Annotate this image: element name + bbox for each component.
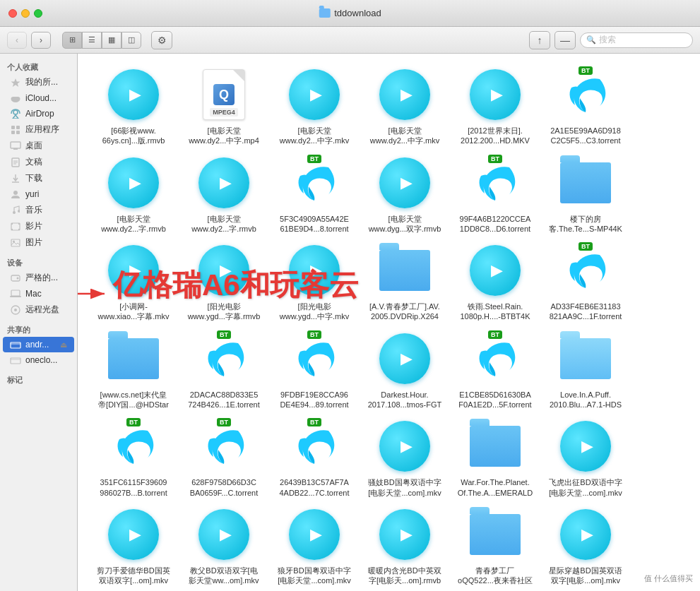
file-icon-wrap [376,242,433,299]
file-item[interactable]: 狼牙BD国粤双语中字[电影天堂...com].mkv [269,501,360,589]
file-item[interactable]: [阳光电影www.ygd...中字.mkv [269,237,360,325]
file-item[interactable]: BT 628F9758D66D3CBA0659F...C.torrent [179,412,269,501]
file-item[interactable]: Q MPEG4 [电影天堂www.dy2...中字.mp4 [179,61,269,149]
file-item[interactable]: [电影天堂www.dy2...字.rmvb [88,149,179,237]
file-icon-wrap [196,155,252,211]
file-name: 628F9758D66D3CBA0659F...C.torrent [190,477,259,498]
view-icon-button[interactable]: ⊞ [62,32,82,49]
file-item[interactable]: 楼下的房客.The.Te...S-MP44K [540,149,631,237]
file-name: [电影天堂www.dy2...中字.mp4 [189,126,259,146]
file-item[interactable]: [小调网-www.xiao...字幕.mkv [88,237,179,325]
file-item[interactable]: [电影天堂www.dy2...字.rmvb [179,149,269,237]
file-item[interactable]: BT 9FDBF19E8CCA96DE4E94...89.torrent [269,325,360,413]
sidebar-item-documents[interactable]: 文稿 [3,154,74,170]
sidebar-item-downloads[interactable]: 下载 [3,170,74,186]
file-item[interactable]: BT 2A1E5E99AA6D918C2C5F5...C3.torrent [540,61,631,149]
file-name: [阳光电影www.ygd...中字.mkv [280,302,349,322]
file-item[interactable]: War.For.The.Planet.Of.The.A...EMERALD [450,412,540,501]
forward-button[interactable]: › [31,32,51,49]
file-name: Darkest.Hour.2017.108...tmos-FGT [368,390,442,410]
file-item[interactable]: 骚妓BD国粤双语中字[电影天堂...com].mkv [360,412,450,501]
eject-icon[interactable]: ⏏ [60,340,67,350]
toolbar: ‹ › ⊞ ☰ ▦ ◫ ⚙ ↑ — 🔍 搜索 [0,27,700,54]
file-item[interactable]: [www.cs.net]末代皇帝[DIY国...@HDStar [88,325,179,413]
file-icon-wrap [467,242,523,299]
file-item[interactable]: [2012世界末日].2012.200...HD.MKV [450,61,540,149]
file-item[interactable]: 剪刀手爱德华BD国英双语双字[...om].mkv [88,501,179,589]
file-item[interactable]: BT 5F3C4909A55A42E61BE9D4...8.torrent [269,149,360,237]
file-item[interactable]: 暖暖内含光BD中英双字[电影天...om].rmvb [360,501,450,589]
file-item[interactable]: 教父BD双语双字[电影天堂ww...om].mkv [179,501,269,589]
file-item[interactable]: 飞虎出征BD双语中字[电影天堂...com].mkv [540,412,631,501]
mpeg-label: MPEG4 [210,108,238,117]
airdrop-label: AirDrop [25,109,54,119]
file-name: 5F3C4909A55A42E61BE9D4...8.torrent [280,214,349,234]
file-item[interactable]: BT 26439B13C57AF7A4ADB22...7C.torrent [269,412,360,501]
file-item[interactable]: [阳光电影www.ygd...字幕.rmvb [179,237,269,325]
traffic-lights [8,9,42,18]
sidebar-item-movies[interactable]: 影片 [3,218,74,234]
search-icon: 🔍 [586,35,596,44]
sidebar-item-applications[interactable]: 应用程序 [3,121,74,138]
sidebar-item-strict[interactable]: 严格的... [3,270,74,286]
sidebar-item-icloud[interactable]: iCloud... [3,90,74,106]
file-item[interactable]: Love.In.A.Puff.2010.Blu...A7.1-HDS [540,325,631,413]
maximize-button[interactable] [34,9,42,18]
file-item[interactable]: [A.V.青春梦工厂].AV.2005.DVDRip.X264 [360,237,450,325]
video-icon [198,509,249,560]
bt-badge: BT [217,330,231,339]
file-item[interactable]: BT AD33F4EB6E31183821AA9C...1F.torrent [540,237,631,325]
file-item[interactable]: 星际穿越BD国英双语双字[电影...om].mkv [540,501,631,589]
sidebar-item-my-stuff[interactable]: 我的所... [3,74,74,90]
file-name: AD33F4EB6E31183821AA9C...1F.torrent [550,302,622,322]
laptop-icon [10,288,21,299]
yuri-label: yuri [25,189,39,199]
file-name: 星际穿越BD国英双语双字[电影...om].mkv [549,566,622,586]
sidebar-item-music[interactable]: 音乐 [3,202,74,218]
spacer-button[interactable]: — [554,31,576,49]
view-cover-button[interactable]: ◫ [121,32,141,49]
bird-svg [203,425,245,467]
title-folder-icon [319,8,330,18]
file-item[interactable]: [66影视www.66ys.cn]...版.rmvb [88,61,179,149]
sidebar-item-remote-disk[interactable]: 远程光盘 [3,302,74,318]
svg-rect-7 [11,131,15,134]
file-item[interactable]: BT B6C09F4C267FE9BF29B4D...AF.torrent [88,589,179,591]
file-icon-wrap [105,66,162,123]
file-item[interactable]: Darkest.Hour.2017.108...tmos-FGT [360,325,450,413]
strict-label: 严格的... [25,272,58,284]
network-icon-oneclo [10,354,21,366]
search-box[interactable]: 🔍 搜索 [580,32,693,48]
sidebar-item-oneclo[interactable]: oneclo... [3,352,74,368]
file-name: 骚妓BD国粤双语中字[电影天堂...com].mkv [368,477,441,498]
svg-rect-6 [16,126,20,129]
close-button[interactable] [8,9,17,18]
sidebar-item-desktop[interactable]: 桌面 [3,138,74,154]
sidebar-item-airdrop[interactable]: AirDrop [3,106,74,121]
sidebar-item-mac[interactable]: Mac [3,286,74,302]
svg-rect-20 [11,223,13,225]
file-name: E1CBE85D61630BAF0A1E2D...5F.torrent [458,390,531,410]
sidebar-item-yuri[interactable]: yuri [3,186,74,202]
file-name: 楼下的房客.The.Te...S-MP44K [549,214,622,234]
view-column-button[interactable]: ▦ [102,32,121,49]
file-item[interactable]: [电影天堂www.dy2...中字.mkv [360,61,450,149]
file-item[interactable]: BT 2DACAC88D833E5724B426...1E.torrent [179,325,269,413]
file-item[interactable]: BT E1CBE85D61630BAF0A1E2D...5F.torrent [450,325,540,413]
sidebar-item-android[interactable]: andr... ⏏ [3,337,74,352]
file-item[interactable]: [电影天堂www.dy2...中字.mkv [269,61,360,149]
video-icon [379,421,430,472]
file-item[interactable]: [电影天堂www.dyg...双字.rmvb [360,149,450,237]
view-list-button[interactable]: ☰ [82,32,102,49]
file-item[interactable]: 铁雨.Steel.Rain.1080p.H....-BTBT4K [450,237,540,325]
file-item[interactable]: 青春梦工厂oQQ522...夜来香社区 [450,501,540,589]
file-item[interactable]: BT 351FC6115F39609986027B...B.torrent [88,412,179,501]
window-title: tddownload [319,8,381,18]
gear-button[interactable]: ⚙ [151,31,172,49]
minimize-button[interactable] [21,9,30,18]
file-item[interactable]: BT 99F4A6B1220CCEA1DD8C8...D6.torrent [450,149,540,237]
share-button[interactable]: ↑ [529,31,550,49]
back-button[interactable]: ‹ [7,32,27,49]
video-icon [379,157,430,208]
sidebar-item-pictures[interactable]: 图片 [3,234,74,251]
